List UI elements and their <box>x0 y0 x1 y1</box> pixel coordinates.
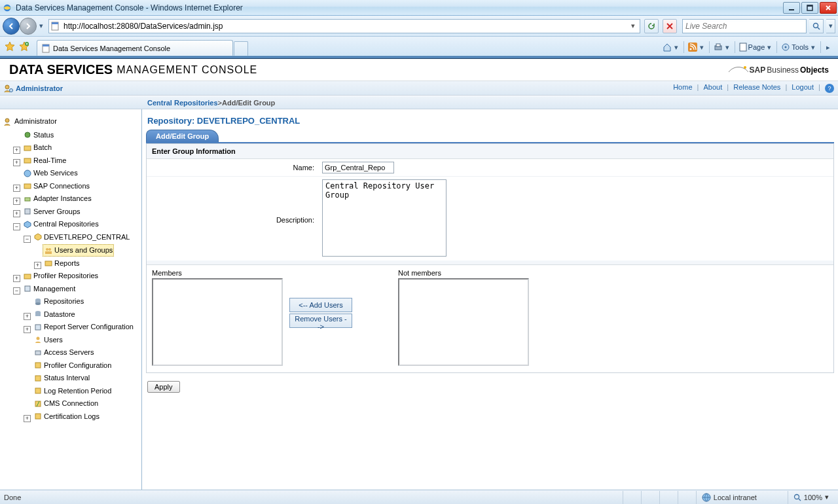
expand-toggle[interactable]: + <box>13 198 20 205</box>
refresh-button[interactable] <box>644 19 659 33</box>
stop-button[interactable] <box>663 19 677 33</box>
search-input[interactable] <box>683 22 806 31</box>
expand-toggle[interactable]: + <box>13 147 20 154</box>
breadcrumb-root[interactable]: Central Repositories <box>147 99 218 107</box>
home-menu[interactable]: ▾ <box>663 43 680 52</box>
feeds-menu[interactable]: ▾ <box>688 43 705 52</box>
url-dropdown-icon[interactable]: ▾ <box>628 22 638 30</box>
tree-users[interactable]: Users <box>44 334 63 346</box>
tree-statusinterval[interactable]: Status Interval <box>44 372 90 384</box>
tree-certlogs[interactable]: Certification Logs <box>44 411 100 422</box>
breadcrumb-bar: Central Repositories > Add/Edit Group <box>142 96 838 109</box>
db-icon <box>33 297 43 306</box>
tree-reportserver[interactable]: Report Server Configuration <box>44 321 134 333</box>
url-input[interactable] <box>62 20 628 32</box>
expand-toggle[interactable]: + <box>24 415 31 422</box>
tree-centralrepos[interactable]: Central Repositories <box>33 219 99 230</box>
tree-cmsconn[interactable]: CMS Connection <box>44 398 98 409</box>
breadcrumb-current: Add/Edit Group <box>222 99 275 107</box>
svg-point-20 <box>5 118 9 122</box>
search-button[interactable] <box>809 19 824 33</box>
link-release-notes[interactable]: Release Notes <box>731 83 783 91</box>
expand-toggle[interactable]: + <box>13 210 20 217</box>
tree-reports[interactable]: Reports <box>54 258 80 269</box>
svg-point-24 <box>24 170 31 177</box>
svg-rect-14 <box>740 43 746 51</box>
zoom-icon <box>793 494 801 501</box>
add-favorites-icon[interactable] <box>19 41 29 52</box>
status-icon <box>33 374 43 383</box>
expand-toggle[interactable]: + <box>24 313 31 320</box>
tree-servergroups[interactable]: Server Groups <box>33 206 81 217</box>
maximize-button[interactable] <box>801 2 818 14</box>
favorites-star-icon[interactable] <box>5 41 15 52</box>
group-description-input[interactable]: Central Repository User Group <box>322 179 446 257</box>
add-users-button[interactable]: <-- Add Users <box>289 298 352 312</box>
tree-devetl[interactable]: DEVETLREPO_CENTRAL <box>44 232 130 243</box>
expand-toggle[interactable]: + <box>13 159 20 166</box>
nav-history-dropdown[interactable]: ▾ <box>37 19 46 33</box>
form-container: Enter Group Information Name: Descriptio… <box>146 143 834 373</box>
minimize-button[interactable] <box>783 2 800 14</box>
tree-realtime[interactable]: Real-Time <box>33 155 66 166</box>
search-box[interactable] <box>682 19 807 33</box>
link-logout[interactable]: Logout <box>789 83 816 91</box>
expand-toggle[interactable]: + <box>13 185 20 192</box>
tree-batch[interactable]: Batch <box>33 142 52 153</box>
svg-rect-9 <box>43 45 49 46</box>
forward-button[interactable] <box>20 18 37 35</box>
group-name-input[interactable] <box>322 162 394 173</box>
chevron-down-icon[interactable]: ▾ <box>825 493 829 501</box>
folder-icon <box>23 156 32 165</box>
address-bar[interactable]: ▾ <box>48 19 640 33</box>
browser-tab-row: Data Services Management Console ▾ ▾ ▾ P… <box>0 37 838 56</box>
members-listbox[interactable] <box>152 278 283 366</box>
svg-rect-31 <box>45 261 52 266</box>
collapse-toggle[interactable]: − <box>13 223 20 230</box>
not-members-listbox[interactable] <box>398 278 529 366</box>
expand-toggle[interactable]: + <box>13 275 20 282</box>
cert-icon <box>33 412 43 421</box>
admin-root-icon <box>4 117 13 126</box>
brand-logo: SAP Business Objects <box>729 65 829 75</box>
close-button[interactable] <box>820 2 837 14</box>
tree-accessservers[interactable]: Access Servers <box>44 347 94 358</box>
tree-adapter[interactable]: Adapter Instances <box>33 193 92 204</box>
svg-rect-22 <box>24 146 31 151</box>
tree-root[interactable]: Administrator <box>14 116 57 127</box>
collapse-toggle[interactable]: − <box>13 287 20 295</box>
globe-icon <box>23 169 32 178</box>
tree-profiler[interactable]: Profiler Repositories <box>33 270 98 281</box>
back-button[interactable] <box>3 18 20 35</box>
tree-management[interactable]: Management <box>33 283 75 295</box>
page-menu[interactable]: Page▾ <box>739 43 773 52</box>
search-dropdown[interactable]: ▾ <box>826 19 835 33</box>
app-container: DATA SERVICES MANAGEMENT CONSOLE SAP Bus… <box>0 59 838 490</box>
browser-tab-active[interactable]: Data Services Management Console <box>37 40 233 56</box>
svg-rect-23 <box>24 158 31 163</box>
side-header <box>0 96 142 109</box>
link-home[interactable]: Home <box>670 83 695 91</box>
description-label: Description: <box>152 179 322 224</box>
tree-status[interactable]: Status <box>33 130 54 141</box>
tree-logretention[interactable]: Log Retention Period <box>44 386 111 397</box>
apply-button[interactable]: Apply <box>147 381 180 393</box>
link-about[interactable]: About <box>701 83 725 91</box>
zoom-cell[interactable]: 100% ▾ <box>788 491 834 504</box>
tab-add-edit-group[interactable]: Add/Edit Group <box>146 130 219 142</box>
tree-sapconn[interactable]: SAP Connections <box>33 181 90 192</box>
tree-profilercfg[interactable]: Profiler Configuration <box>44 360 111 371</box>
tools-menu[interactable]: Tools▾ <box>781 43 816 52</box>
remove-users-button[interactable]: Remove Users --> <box>289 314 352 328</box>
tree-datastore[interactable]: Datastore <box>44 309 75 320</box>
help-icon[interactable]: ? <box>825 84 834 93</box>
new-tab-button[interactable] <box>234 41 248 56</box>
collapse-toggle[interactable]: − <box>24 236 31 243</box>
expand-toggle[interactable]: + <box>24 326 31 333</box>
chevron-right-icon[interactable]: ▸ <box>825 43 831 52</box>
expand-toggle[interactable]: + <box>34 262 41 269</box>
tree-webservices[interactable]: Web Services <box>33 168 78 179</box>
print-menu[interactable]: ▾ <box>714 43 731 52</box>
tree-usersgroups[interactable]: Users and Groups <box>54 245 113 256</box>
tree-repositories[interactable]: Repositories <box>44 296 84 307</box>
